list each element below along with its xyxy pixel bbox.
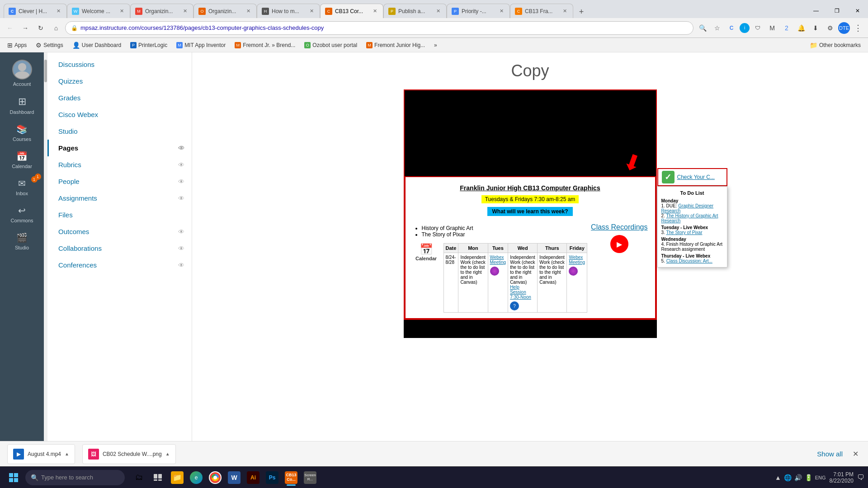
nav-commons[interactable]: ↩ Commons: [4, 202, 40, 227]
back-button[interactable]: ←: [4, 22, 16, 34]
extensions-icon[interactable]: ⚙: [824, 22, 836, 34]
close-tab-cb13cor[interactable]: ✕: [371, 8, 378, 15]
eye-icon-people[interactable]: 👁: [178, 178, 184, 185]
sidebar-pages[interactable]: Pages 👁: [47, 140, 192, 156]
downloads-icon[interactable]: ⬇: [809, 22, 822, 34]
maximize-button[interactable]: ❐: [826, 4, 847, 18]
nav-calendar[interactable]: 📅 Calendar: [4, 147, 40, 173]
tab-welcome[interactable]: W Welcome ... ✕: [67, 4, 130, 18]
sidebar-conferences[interactable]: Conferences 👁: [47, 257, 192, 273]
bm-settings[interactable]: ⚙ Settings: [32, 41, 66, 50]
play-button[interactable]: ▶: [610, 235, 628, 253]
sidebar-scrollbar[interactable]: [44, 52, 47, 441]
bm-printerlogic[interactable]: P PrinterLogic: [127, 41, 171, 49]
extension1-icon[interactable]: i: [740, 23, 750, 33]
close-tab-welcome[interactable]: ✕: [118, 8, 125, 15]
refresh-button[interactable]: ↻: [34, 22, 47, 34]
taskbar-taskview-icon[interactable]: [149, 469, 167, 487]
wed-help-link[interactable]: Help Session 7:30-Noon: [510, 285, 531, 300]
class-recordings-link[interactable]: Class Recordings: [591, 223, 647, 231]
sidebar-grades[interactable]: Grades: [47, 89, 192, 106]
todo-mon-1-link[interactable]: Graphic Designer Research: [661, 203, 714, 213]
start-button[interactable]: [4, 469, 24, 487]
sidebar-assignments[interactable]: Assignments 👁: [47, 190, 192, 206]
tab-cb13cor[interactable]: C CB13 Cor... ✕: [320, 4, 383, 18]
tues-webex-link[interactable]: Webex Meeting: [490, 255, 506, 265]
minimize-button[interactable]: —: [806, 4, 826, 18]
close-tab-organizing2[interactable]: ✕: [245, 8, 252, 15]
sidebar-studio-link[interactable]: Studio: [47, 123, 192, 140]
sidebar-files[interactable]: Files: [47, 206, 192, 223]
todo-thu-1-link[interactable]: Class Discussion: Art...: [666, 258, 712, 263]
nav-account[interactable]: Account: [4, 56, 40, 90]
clever-ext-icon[interactable]: C: [725, 22, 738, 34]
taskbar-screen-recorder-icon[interactable]: ScreenR...: [301, 469, 319, 487]
taskbar-search[interactable]: 🔍 Type here to search: [25, 470, 125, 485]
extension3-icon[interactable]: M: [766, 22, 778, 34]
bm-ozobot[interactable]: O Ozobot user portal: [301, 41, 361, 49]
bm-fremont-brend[interactable]: M Fremont Jr. » Brend...: [231, 41, 299, 49]
extension2-icon[interactable]: 🛡: [751, 22, 764, 34]
extension5-icon[interactable]: 🔔: [795, 22, 807, 34]
eye-icon-pages[interactable]: 👁: [178, 145, 184, 152]
dl-chevron-1[interactable]: ▲: [65, 451, 69, 456]
eye-icon-outcomes[interactable]: 👁: [178, 228, 184, 235]
eye-icon-collaborations[interactable]: 👁: [178, 245, 184, 252]
close-button[interactable]: ✕: [847, 4, 868, 18]
downloads-close-button[interactable]: ✕: [850, 449, 861, 460]
url-input[interactable]: 🔒 mpsaz.instructure.com/courses/123786/p…: [65, 21, 693, 35]
forward-button[interactable]: →: [19, 22, 32, 34]
check-your-link[interactable]: Check Your C...: [677, 174, 715, 180]
sidebar-quizzes[interactable]: Quizzes: [47, 73, 192, 89]
sidebar-outcomes[interactable]: Outcomes 👁: [47, 223, 192, 240]
taskbar-chrome-icon[interactable]: [206, 469, 224, 487]
nav-inbox[interactable]: ✉ 1 Inbox: [4, 174, 40, 200]
check-icon[interactable]: ✓: [662, 171, 675, 183]
taskbar-photoshop-icon[interactable]: Ps: [263, 469, 281, 487]
todo-tue-1-link[interactable]: The Story of Pixar: [666, 230, 702, 235]
close-tab-cb13fra[interactable]: ✕: [561, 8, 568, 15]
nav-courses[interactable]: 📚 Courses: [4, 120, 40, 145]
home-button[interactable]: ⌂: [50, 22, 62, 34]
bm-other[interactable]: 📁 Other bookmarks: [806, 41, 864, 50]
tab-clever[interactable]: C Clever | H... ✕: [4, 4, 67, 18]
profile-icon[interactable]: DTE: [838, 22, 850, 34]
tab-priority[interactable]: P Priority -... ✕: [447, 4, 510, 18]
sidebar-people[interactable]: People 👁: [47, 173, 192, 190]
nav-studio[interactable]: 🎬 Studio: [4, 229, 40, 254]
close-tab-clever[interactable]: ✕: [55, 8, 62, 15]
eye-icon-assignments[interactable]: 👁: [178, 195, 184, 202]
star-icon[interactable]: ☆: [711, 22, 723, 34]
bm-mit-app-inventor[interactable]: M MIT App Inventor: [173, 41, 229, 49]
show-all-link[interactable]: Show all: [817, 450, 843, 458]
eye-icon-rubrics[interactable]: 👁: [178, 161, 184, 169]
dl-chevron-2[interactable]: ▲: [165, 451, 170, 456]
close-tab-publish[interactable]: ✕: [434, 8, 442, 15]
close-tab-gmail1[interactable]: ✕: [181, 8, 189, 15]
tab-gmail1[interactable]: M Organizin... ✕: [130, 4, 193, 18]
new-tab-button[interactable]: +: [575, 5, 588, 18]
bm-more[interactable]: »: [430, 41, 441, 49]
sidebar-collaborations[interactable]: Collaborations 👁: [47, 240, 192, 257]
sidebar-rubrics[interactable]: Rubrics 👁: [47, 156, 192, 173]
fri-webex-link[interactable]: Webex Meeting: [569, 255, 585, 265]
taskbar-edge-icon[interactable]: e: [187, 469, 205, 487]
close-tab-howtom[interactable]: ✕: [308, 8, 315, 15]
taskbar-explorer-icon[interactable]: 🗂: [130, 469, 148, 487]
close-tab-priority[interactable]: ✕: [498, 8, 505, 15]
tab-organizing2[interactable]: O Organizin... ✕: [193, 4, 257, 18]
todo-mon-2-link[interactable]: The History of Graphic Art Research: [661, 213, 718, 223]
extension4-icon[interactable]: 2: [780, 22, 793, 34]
eye-icon-conferences[interactable]: 👁: [178, 262, 184, 269]
bm-user-dashboard[interactable]: 👤 User Dashboard: [69, 41, 125, 50]
tab-cb13fra[interactable]: C CB13 Fra... ✕: [510, 4, 573, 18]
taskbar-word-icon[interactable]: W: [225, 469, 243, 487]
taskbar-illustrator-icon[interactable]: Ai: [244, 469, 262, 487]
search-icon[interactable]: 🔍: [696, 22, 709, 34]
bm-apps[interactable]: ⊞ Apps: [4, 41, 30, 50]
chevron-up-icon[interactable]: ▲: [775, 474, 781, 481]
taskbar-cb13-icon[interactable]: CB13Co...: [282, 469, 300, 487]
nav-dashboard[interactable]: ⊞ Dashboard: [4, 92, 40, 118]
tab-howtom[interactable]: H How to m... ✕: [257, 4, 320, 18]
sidebar-cisco-webex[interactable]: Cisco Webex: [47, 106, 192, 123]
